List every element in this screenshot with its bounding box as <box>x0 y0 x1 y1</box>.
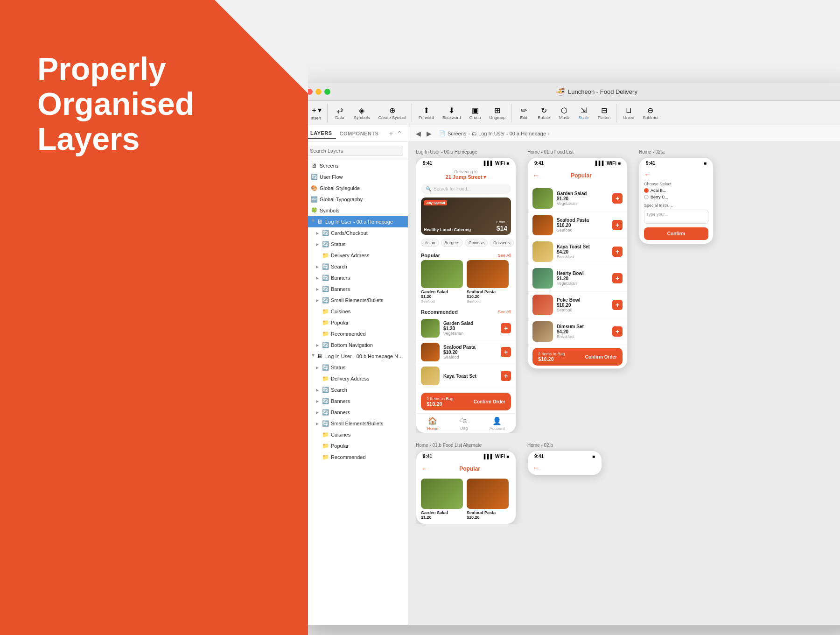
group-button[interactable]: ▣ Group <box>466 104 485 122</box>
layer-cards[interactable]: ▶ 🔄 Cards/Checkout <box>308 227 408 239</box>
flatten-button[interactable]: ⊟ Flatten <box>594 104 615 122</box>
food-card-salad[interactable]: Garden Salad $1.20 Seafood <box>421 260 463 303</box>
nav-account[interactable]: 👤 Account <box>490 416 505 431</box>
confirm-order-button[interactable]: Confirm Order <box>474 399 505 404</box>
rec-item-toast[interactable]: Kaya Toast Set + <box>416 364 516 388</box>
layer-search[interactable]: ▶ 🔄 Search <box>308 261 408 272</box>
back-button[interactable]: ← <box>421 465 428 473</box>
layer-g2-banners1[interactable]: ▶ 🔄 Banners <box>308 395 408 407</box>
layer-popular[interactable]: ▶ 📁 Popular <box>308 317 408 328</box>
food-item-poke[interactable]: Poke Bowl $10.20 Seafood + <box>528 292 627 318</box>
rec-item-pasta[interactable]: Seafood Pasta $10.20 Seafood + <box>416 340 516 364</box>
layer-screens[interactable]: ▶ 🖥 Screens <box>308 160 408 171</box>
search-layers-input[interactable] <box>308 146 403 156</box>
see-all-recommended[interactable]: See All <box>498 310 511 314</box>
back-button[interactable]: ← <box>644 170 651 179</box>
layer-delivery[interactable]: ▶ 📁 Delivery Address <box>308 250 408 261</box>
rec-item-salad[interactable]: Garden Salad $1.20 Vegetarian + <box>416 317 516 340</box>
option-berry[interactable]: Berry C... <box>644 195 708 199</box>
category-burgers[interactable]: Burgers <box>441 239 463 247</box>
collapse-layer-button[interactable]: ⌃ <box>397 130 402 137</box>
layer-g2-status[interactable]: ▶ 🔄 Status <box>308 362 408 373</box>
add-item-button[interactable]: + <box>612 220 623 230</box>
layer-bottomnav[interactable]: ▶ 🔄 Bottom Navigation <box>308 339 408 351</box>
nav-bag[interactable]: 🛍 Bag <box>460 416 468 431</box>
canvas-area[interactable]: Log In User - 00.a Homepage 9:41 ▌▌▌ WiF… <box>408 142 840 625</box>
search-bar[interactable]: 🔍 Search for Food... <box>421 184 511 194</box>
layer-g2-search[interactable]: ▶ 🔄 Search <box>308 384 408 395</box>
layer-recommended[interactable]: ▶ 📁 Recommended <box>308 328 408 339</box>
see-all-popular[interactable]: See All <box>498 253 511 258</box>
layer-g2-delivery[interactable]: ▶ 📁 Delivery Address <box>308 373 408 384</box>
food-item-toast[interactable]: Kaya Toast Set $4.20 Breakfast + <box>528 239 627 265</box>
confirm-btn-partial[interactable]: Confirm <box>644 227 708 240</box>
component-icon: 🔄 <box>322 296 329 304</box>
layer-g2-recommended[interactable]: ▶ 📁 Recommended <box>308 452 408 463</box>
rotate-button[interactable]: ↻ Rotate <box>534 104 554 122</box>
add-rec-item-button[interactable]: + <box>501 347 511 357</box>
layer-banners1[interactable]: ▶ 🔄 Banners <box>308 272 408 283</box>
scale-button[interactable]: ⇲ Scale <box>574 104 593 122</box>
food-item-salad[interactable]: Garden Salad $1.20 Vegetarian + <box>528 185 627 212</box>
layer-symbols[interactable]: ▶ 🍀 Symbols <box>308 205 408 216</box>
category-chinese[interactable]: Chinese <box>465 239 488 247</box>
add-item-button[interactable]: + <box>612 273 623 283</box>
food-item-dimsum[interactable]: Dimsum Set $4.20 Breakfast + <box>528 318 627 345</box>
special-instructions-input[interactable]: Type your... <box>644 210 708 224</box>
edit-icon: ✏ <box>521 106 527 115</box>
option-acai[interactable]: Acai B... <box>644 188 708 193</box>
nav-forward-button[interactable]: ▶ <box>425 129 434 138</box>
mask-button[interactable]: ⬡ Mask <box>555 104 574 122</box>
add-rec-item-button[interactable]: + <box>501 371 511 381</box>
data-button[interactable]: ⇄ Data <box>330 104 349 122</box>
add-item-button[interactable]: + <box>612 326 623 337</box>
add-item-button[interactable]: + <box>612 300 623 310</box>
close-button[interactable] <box>308 89 313 95</box>
alt-food-card-pasta[interactable]: Seafood Pasta $10.20 <box>467 479 509 520</box>
layer-styleguide[interactable]: ▶ 🎨 Global Styleguide <box>308 183 408 194</box>
minimize-button[interactable] <box>315 89 322 95</box>
layer-g2-cuisines[interactable]: ▶ 📁 Cuisines <box>308 429 408 440</box>
layer-g2-bullets[interactable]: ▶ 🔄 Small Elements/Bullets <box>308 418 408 429</box>
add-item-button[interactable]: + <box>612 247 623 257</box>
edit-button[interactable]: ✏ Edit <box>514 104 533 122</box>
union-button[interactable]: ⊔ Union <box>619 104 638 122</box>
food-item-bowl[interactable]: Hearty Bowl $1.20 Vegetarian + <box>528 265 627 292</box>
ungroup-button[interactable]: ⊞ Ungroup <box>486 104 510 122</box>
layer-typography[interactable]: ▶ 🔤 Global Typography <box>308 194 408 205</box>
layer-cuisines[interactable]: ▶ 📁 Cuisines <box>308 306 408 317</box>
status-bar: 9:41 ▌▌▌ WiFi ■ <box>416 451 516 461</box>
layer-group2[interactable]: ▶ 🖥 Log In User - 00.b Homepage No Ite..… <box>308 351 408 362</box>
layer-g2-popular[interactable]: ▶ 📁 Popular <box>308 440 408 452</box>
insert-button[interactable]: ＋▾ Insert <box>308 104 325 122</box>
add-layer-button[interactable]: + <box>389 130 393 137</box>
layer-bullets[interactable]: ▶ 🔄 Small Elements/Bullets <box>308 295 408 306</box>
layer-userflow[interactable]: ▶ 🔄 User Flow <box>308 171 408 183</box>
nav-home[interactable]: 🏠 Home <box>427 416 438 431</box>
confirm-order-button[interactable]: Confirm Order <box>585 354 617 360</box>
layer-g2-banners2[interactable]: ▶ 🔄 Banners <box>308 407 408 418</box>
food-card-pasta[interactable]: Seafood Pasta $10.20 Seafood <box>467 260 509 303</box>
layer-banners2[interactable]: ▶ 🔄 Banners <box>308 283 408 295</box>
add-rec-item-button[interactable]: + <box>501 323 511 333</box>
add-item-button[interactable]: + <box>612 193 623 204</box>
alt-food-card-salad[interactable]: Garden Salad $1.20 <box>421 479 463 520</box>
confirm-order-bar[interactable]: 2 Items in Bag $10.20 Confirm Order <box>421 393 511 410</box>
food-item-pasta[interactable]: Seafood Pasta $10.20 Seafood + <box>528 212 627 239</box>
forward-button[interactable]: ⬆ Forward <box>415 104 438 122</box>
create-symbol-button[interactable]: ⊕ Create Symbol <box>375 104 410 122</box>
layer-group1[interactable]: ▶ 🖥 Log In User - 00.a Homepage <box>308 216 408 227</box>
maximize-button[interactable] <box>324 89 330 95</box>
symbols-button[interactable]: ◈ Symbols <box>350 104 374 122</box>
back-button[interactable]: ← <box>532 171 540 180</box>
category-asian[interactable]: Asian <box>421 239 439 247</box>
subtract-button[interactable]: ⊖ Subtract <box>639 104 662 122</box>
layers-tab[interactable]: LAYERS <box>308 128 336 139</box>
backward-button[interactable]: ⬇ Backward <box>439 104 465 122</box>
confirm-order-bar[interactable]: 2 Items in Bag $10.20 Confirm Order <box>532 348 623 366</box>
nav-back-button[interactable]: ◀ <box>414 129 423 138</box>
layer-status[interactable]: ▶ 🔄 Status <box>308 239 408 250</box>
components-tab[interactable]: COMPONENTS <box>336 129 383 138</box>
category-desserts[interactable]: Desserts <box>490 239 514 247</box>
back-button[interactable]: ← <box>532 464 540 472</box>
